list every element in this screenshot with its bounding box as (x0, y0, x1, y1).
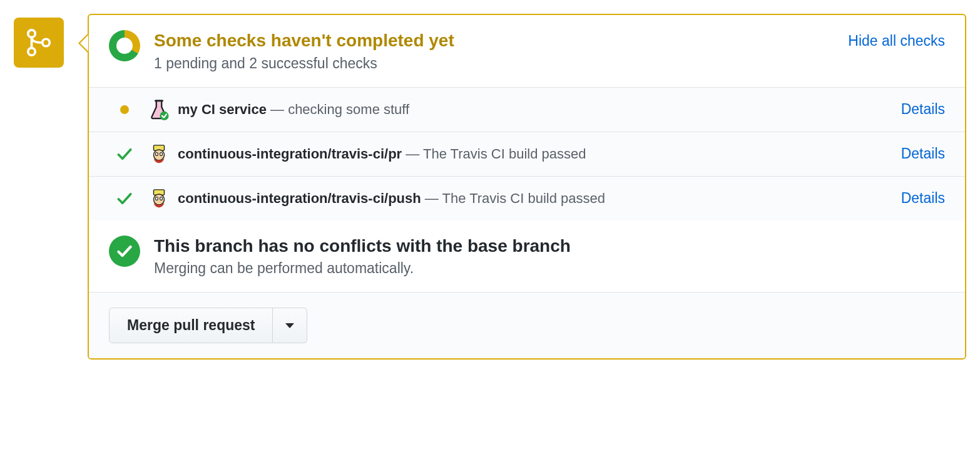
check-description: continuous-integration/travis-ci/pr — Th… (178, 146, 889, 162)
details-link[interactable]: Details (901, 145, 945, 162)
check-icon (116, 190, 133, 207)
merge-status-panel: Some checks haven't completed yet 1 pend… (14, 14, 966, 360)
details-link[interactable]: Details (901, 101, 945, 118)
merge-card: Some checks haven't completed yet 1 pend… (88, 14, 966, 360)
details-link[interactable]: Details (901, 190, 945, 207)
mergeability-subtitle: Merging can be performed automatically. (154, 260, 945, 277)
svg-point-11 (160, 197, 163, 200)
check-row: my CI service — checking some stuff Deta… (89, 87, 965, 132)
travis-avatar-icon (148, 188, 170, 209)
check-name: continuous-integration/travis-ci/push (178, 190, 421, 206)
check-description: continuous-integration/travis-ci/push — … (178, 190, 889, 207)
merge-actions: Merge pull request (89, 292, 965, 358)
merge-options-dropdown-button[interactable] (273, 308, 307, 343)
checks-summary: Some checks haven't completed yet 1 pend… (89, 15, 965, 87)
svg-point-5 (154, 150, 165, 160)
check-description: my CI service — checking some stuff (178, 101, 889, 118)
mergeability-section: This branch has no conflicts with the ba… (89, 220, 965, 293)
svg-point-3 (160, 111, 168, 120)
git-merge-icon (24, 28, 53, 57)
svg-point-0 (28, 30, 36, 38)
timeline-badge (14, 18, 64, 68)
svg-point-10 (155, 197, 158, 200)
svg-point-2 (43, 39, 50, 46)
check-row: continuous-integration/travis-ci/pr — Th… (89, 132, 965, 176)
status-donut-icon (109, 30, 140, 61)
svg-point-1 (28, 48, 36, 56)
success-circle-icon (109, 236, 140, 267)
check-row: continuous-integration/travis-ci/push — … (89, 176, 965, 220)
travis-avatar-icon (148, 143, 170, 165)
caret-down-icon (285, 323, 294, 328)
mergeability-title: This branch has no conflicts with the ba… (154, 236, 945, 257)
checks-title: Some checks haven't completed yet (154, 30, 835, 51)
svg-point-9 (154, 194, 165, 205)
hide-all-checks-link[interactable]: Hide all checks (848, 33, 945, 49)
check-name: my CI service (178, 101, 267, 117)
check-name: continuous-integration/travis-ci/pr (178, 146, 402, 162)
checks-subtitle: 1 pending and 2 successful checks (154, 55, 835, 72)
merge-pull-request-button[interactable]: Merge pull request (109, 308, 273, 343)
pending-dot-icon (120, 105, 129, 114)
svg-point-7 (160, 152, 163, 155)
check-icon (116, 146, 133, 162)
svg-point-6 (155, 152, 158, 155)
flask-icon (148, 99, 170, 120)
